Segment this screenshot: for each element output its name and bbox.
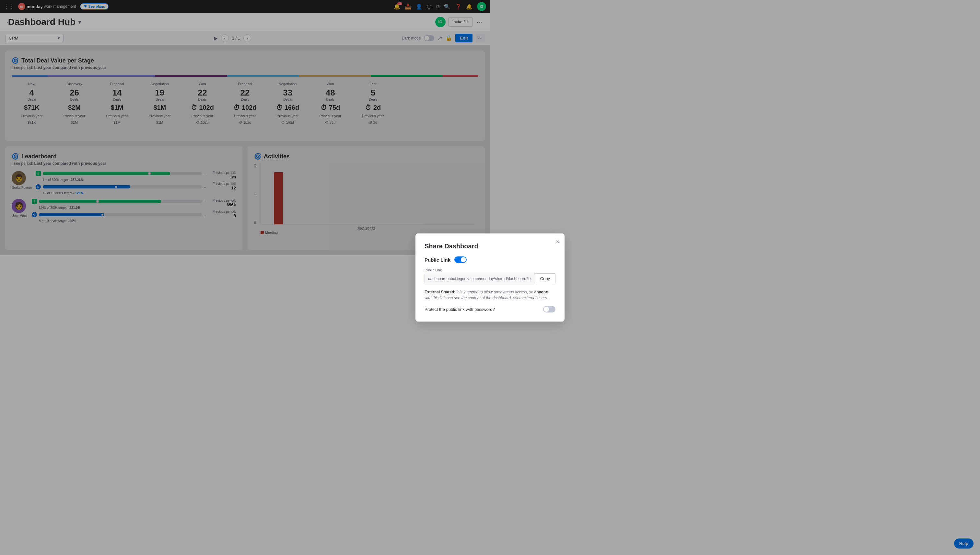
public-link-field-label: Public Link <box>425 268 490 272</box>
modal-title: Share Dashboard <box>425 242 490 250</box>
share-dashboard-modal: Share Dashboard × Public Link Public Lin… <box>415 233 490 278</box>
public-link-row: Public Link <box>425 257 490 263</box>
toggle-knob-blue <box>461 257 466 262</box>
public-link-toggle[interactable] <box>454 257 467 263</box>
modal-overlay[interactable]: Share Dashboard × Public Link Public Lin… <box>0 0 490 278</box>
public-link-input[interactable] <box>425 274 490 278</box>
public-link-label: Public Link <box>425 257 451 263</box>
link-input-row: Copy <box>425 273 490 278</box>
